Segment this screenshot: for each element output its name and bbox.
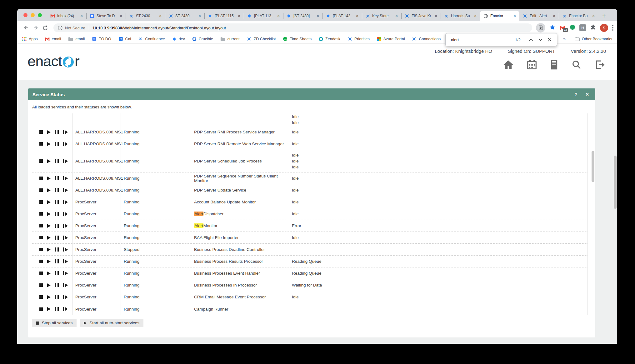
tab-plat-113[interactable]: [PLAT-113✕ (244, 11, 283, 21)
back-button[interactable] (22, 23, 31, 32)
stop-service-button[interactable] (39, 212, 43, 216)
help-button[interactable]: ? (575, 92, 578, 97)
pause-service-button[interactable] (55, 130, 59, 134)
pause-service-button[interactable] (55, 142, 59, 146)
tab-close-icon[interactable]: ✕ (276, 13, 281, 18)
pause-service-button[interactable] (55, 236, 59, 240)
resume-service-button[interactable] (63, 224, 68, 228)
tab-close-icon[interactable]: ✕ (473, 13, 478, 18)
address-bar[interactable]: Not Secure 10.10.3.9:39830 /WebMaintenan… (53, 23, 532, 32)
start-service-button[interactable] (47, 260, 51, 263)
resume-service-button[interactable] (63, 271, 68, 275)
maximize-window-icon[interactable] (38, 13, 42, 17)
bookmark-cal[interactable]: 29Cal (118, 37, 131, 41)
tab-steve-to-d[interactable]: Steve To D✕ (86, 11, 126, 21)
start-service-button[interactable] (47, 295, 51, 299)
start-service-button[interactable] (47, 159, 51, 163)
find-close-button[interactable] (545, 35, 554, 44)
tab-st-2430[interactable]: ST-2430 -✕ (126, 11, 165, 21)
pause-service-button[interactable] (55, 200, 59, 204)
pause-service-button[interactable] (55, 283, 59, 287)
start-service-button[interactable] (47, 188, 51, 192)
stop-all-services-button[interactable]: Stop all services (32, 319, 77, 327)
resume-service-button[interactable] (63, 247, 68, 252)
tab-close-icon[interactable]: ✕ (433, 13, 438, 18)
stop-service-button[interactable] (39, 142, 43, 146)
stop-service-button[interactable] (39, 260, 43, 263)
resume-service-button[interactable] (63, 176, 68, 180)
search-button[interactable] (572, 60, 582, 70)
resume-service-button[interactable] (63, 159, 68, 163)
chat-extension-button[interactable] (570, 24, 575, 31)
find-next-button[interactable] (536, 35, 545, 44)
stop-service-button[interactable] (39, 200, 43, 204)
start-service-button[interactable] (47, 307, 51, 311)
new-tab-button[interactable]: + (599, 11, 609, 21)
profile-avatar[interactable]: S (600, 24, 608, 32)
stop-service-button[interactable] (39, 307, 43, 311)
bookmark-star-button[interactable] (549, 24, 555, 32)
stop-service-button[interactable] (39, 283, 43, 287)
bookmark-dev[interactable]: dev (172, 37, 185, 41)
pause-service-button[interactable] (55, 271, 59, 275)
find-query-input[interactable]: alert (451, 37, 515, 42)
tab-close-icon[interactable]: ✕ (512, 13, 517, 18)
bookmark-email[interactable]: email (45, 37, 61, 41)
resume-service-button[interactable] (63, 236, 68, 240)
reload-button[interactable] (40, 23, 50, 32)
bookmark-email[interactable]: email (68, 37, 85, 41)
start-service-button[interactable] (47, 224, 51, 228)
bookmark-time-sheets[interactable]: xeroTime Sheets (283, 37, 312, 41)
resume-service-button[interactable] (63, 259, 68, 263)
tab-close-icon[interactable]: ✕ (237, 13, 242, 18)
calendar-button[interactable] (527, 60, 537, 70)
pause-service-button[interactable] (55, 176, 59, 180)
page-scrollbar-thumb[interactable] (614, 156, 617, 209)
start-service-button[interactable] (47, 236, 51, 240)
sign-out-button[interactable] (595, 60, 605, 70)
tab-close-icon[interactable]: ✕ (552, 13, 557, 18)
pause-service-button[interactable] (55, 247, 59, 252)
resume-service-button[interactable] (63, 142, 68, 146)
bookmark-azure-portal[interactable]: Azure Portal (377, 37, 405, 41)
bookmark-current[interactable]: current (220, 37, 240, 41)
start-service-button[interactable] (47, 212, 51, 216)
resume-service-button[interactable] (63, 307, 68, 311)
h-extension-button[interactable]: H (579, 24, 586, 31)
start-service-button[interactable] (47, 130, 51, 134)
stop-service-button[interactable] (39, 248, 43, 251)
gmail-extension-button[interactable]: 22 (559, 26, 566, 30)
resume-service-button[interactable] (63, 200, 68, 204)
find-in-page-button[interactable] (536, 23, 545, 32)
stop-service-button[interactable] (39, 159, 43, 163)
tab-close-icon[interactable]: ✕ (197, 13, 202, 18)
resume-service-button[interactable] (63, 212, 68, 216)
stop-service-button[interactable] (39, 188, 43, 192)
pause-service-button[interactable] (55, 307, 59, 311)
table-scrollbar-thumb[interactable] (592, 151, 594, 182)
bookmark-confluence[interactable]: Confluence (138, 37, 165, 41)
start-service-button[interactable] (47, 283, 51, 287)
bookmarks-overflow-button[interactable]: » (563, 36, 565, 42)
close-window-icon[interactable] (23, 13, 28, 17)
tab-close-icon[interactable]: ✕ (118, 13, 123, 18)
tab-close-icon[interactable]: ✕ (355, 13, 360, 18)
pause-service-button[interactable] (55, 212, 59, 216)
bookmark-to-do[interactable]: TO DO (92, 37, 111, 41)
tab-key-store[interactable]: Key Store✕ (362, 11, 401, 21)
tab-close-icon[interactable]: ✕ (79, 13, 84, 18)
resume-service-button[interactable] (63, 188, 68, 192)
bookmark-priorities[interactable]: Priorities (348, 37, 370, 41)
tab-close-icon[interactable]: ✕ (315, 13, 320, 18)
find-previous-button[interactable] (526, 35, 536, 44)
pause-service-button[interactable] (55, 259, 59, 263)
panel-close-button[interactable]: ✕ (585, 92, 589, 97)
pause-service-button[interactable] (55, 188, 59, 192)
start-service-button[interactable] (47, 177, 51, 180)
pause-service-button[interactable] (55, 295, 59, 299)
stop-service-button[interactable] (39, 272, 43, 275)
stop-service-button[interactable] (39, 130, 43, 134)
start-service-button[interactable] (47, 200, 51, 204)
tab-fis-java-ke[interactable]: FIS Java Ke✕ (401, 11, 441, 21)
start-service-button[interactable] (47, 142, 51, 146)
